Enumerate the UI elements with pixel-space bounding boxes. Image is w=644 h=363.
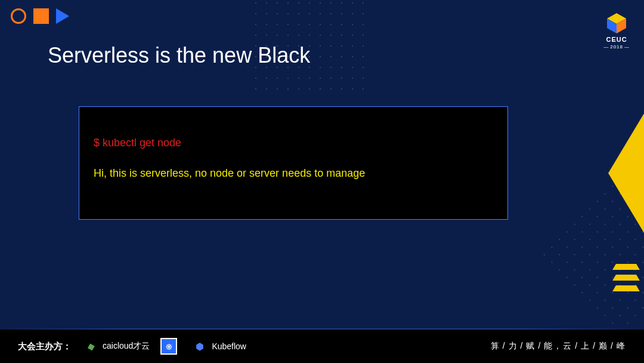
terminal-command: $ kubectl get node bbox=[94, 137, 493, 149]
decorative-triangle bbox=[608, 113, 644, 233]
logo-text: CEUC bbox=[606, 36, 627, 43]
sponsor-name: caicloud才云 bbox=[103, 341, 150, 352]
sponsor-helm: ⎈ bbox=[160, 338, 181, 355]
square-icon bbox=[33, 8, 49, 24]
terminal-output: Hi, this is serverless, no node or serve… bbox=[94, 167, 493, 180]
kubeflow-icon: ⬢ bbox=[191, 338, 208, 355]
decorative-chevrons bbox=[614, 264, 638, 291]
footer-bar: 大会主办方： ◆ caicloud才云 ⎈ ⬢ Kubeflow 算/力/赋/能… bbox=[0, 330, 644, 363]
terminal-window: $ kubectl get node Hi, this is serverles… bbox=[79, 106, 508, 220]
slide-title: Serverless is the new Black bbox=[48, 43, 310, 68]
sponsor-name: Kubeflow bbox=[212, 342, 246, 351]
cube-icon bbox=[605, 13, 628, 33]
organizer-label: 大会主办方： bbox=[18, 341, 72, 352]
helm-icon: ⎈ bbox=[160, 338, 177, 355]
play-triangle-icon bbox=[56, 8, 69, 24]
circle-icon bbox=[11, 8, 26, 24]
caicloud-icon: ◆ bbox=[80, 336, 101, 356]
sponsor-kubeflow: ⬢ Kubeflow bbox=[191, 338, 246, 355]
event-logo: CEUC 2018 bbox=[602, 13, 631, 50]
decorative-shapes-row bbox=[11, 8, 69, 24]
footer-left: 大会主办方： ◆ caicloud才云 ⎈ ⬢ Kubeflow bbox=[18, 338, 246, 355]
sponsor-caicloud: ◆ caicloud才云 bbox=[82, 338, 150, 355]
logo-year: 2018 bbox=[602, 44, 631, 50]
footer-slogan: 算/力/赋/能，云/上/巅/峰 bbox=[491, 341, 626, 352]
